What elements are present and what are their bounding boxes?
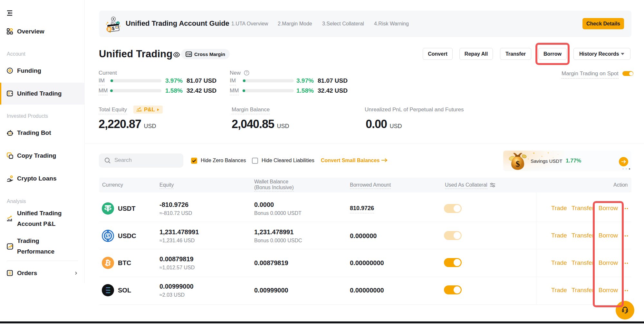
- svg-text:CM: CM: [187, 53, 191, 56]
- svg-text:₿: ₿: [108, 27, 111, 31]
- svg-text:$: $: [106, 233, 109, 239]
- svg-text:$: $: [516, 159, 520, 169]
- svg-text:?: ?: [246, 71, 248, 75]
